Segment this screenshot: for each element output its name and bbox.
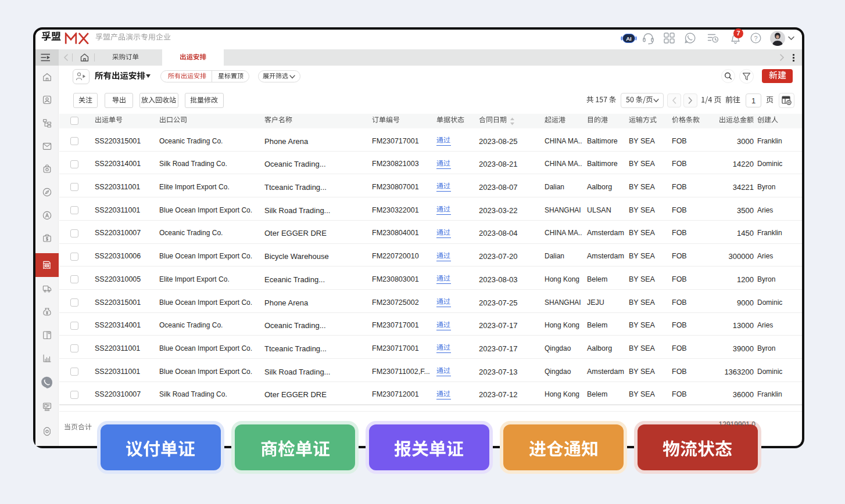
svg-text:AI: AI [626, 35, 632, 42]
svg-text:?: ? [754, 35, 757, 42]
